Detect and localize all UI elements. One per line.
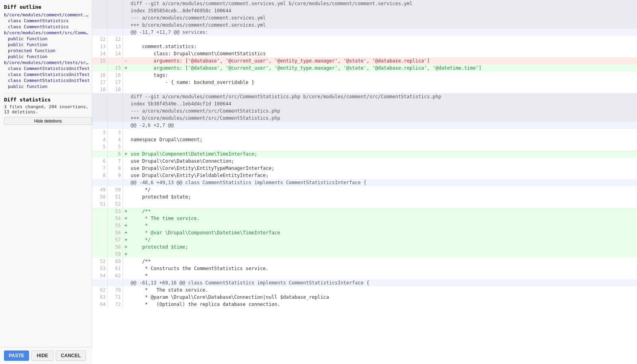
diff-sign bbox=[123, 286, 129, 294]
line-num-right bbox=[107, 279, 123, 286]
line-num-right: 12 bbox=[107, 36, 123, 43]
line-num-right bbox=[107, 29, 123, 36]
diff-code: * @var \Drupal\Component\Datetime\TimeIn… bbox=[129, 229, 637, 236]
diff-code: --- a/core/modules/comment/comment.servi… bbox=[129, 14, 637, 21]
sidebar-indent-1-0[interactable]: class CommentStatistics bbox=[4, 18, 92, 23]
diff-sign bbox=[123, 258, 129, 265]
table-row: @@ -48,6 +49,13 @@ class CommentStatisti… bbox=[92, 179, 637, 186]
line-num-right bbox=[107, 7, 123, 14]
line-num-right bbox=[107, 115, 123, 122]
diff-code: * The state service. bbox=[129, 286, 637, 294]
diff-sign bbox=[123, 301, 129, 308]
line-num-left bbox=[92, 150, 107, 158]
table-row: 67use Drupal\Core\Database\Connection; bbox=[92, 158, 637, 165]
paste-button[interactable]: PASTE bbox=[4, 350, 29, 361]
sidebar-file-2[interactable]: b/core/modules/comment/src/CommentStatis… bbox=[4, 30, 92, 35]
table-row: index 5b38f4549e..1eb4d4cf1d 100644 bbox=[92, 100, 637, 107]
sidebar: Diff outline b/core/modules/comment/comm… bbox=[0, 0, 92, 364]
table-row: 1818 bbox=[92, 86, 637, 93]
line-num-right bbox=[107, 14, 123, 21]
line-num-left: 53 bbox=[92, 265, 107, 272]
table-row: 1616 tags: bbox=[92, 72, 637, 79]
table-row: 59+ bbox=[92, 251, 637, 258]
line-num-right: 50 bbox=[107, 186, 123, 193]
line-num-left: 49 bbox=[92, 186, 107, 193]
line-num-left bbox=[92, 251, 107, 258]
diff-code: * @param \Drupal\Core\Database\Connectio… bbox=[129, 294, 637, 301]
diff-sign bbox=[123, 14, 129, 21]
table-row: 6371 * @param \Drupal\Core\Database\Conn… bbox=[92, 294, 637, 301]
diff-code bbox=[129, 251, 637, 258]
table-row: 1717 - { name: backend_overridable } bbox=[92, 79, 637, 86]
line-num-left: 63 bbox=[92, 294, 107, 301]
line-num-left bbox=[92, 243, 107, 251]
sidebar-file-1[interactable]: b/core/modules/comment/comment.services.… bbox=[4, 12, 92, 18]
line-num-left bbox=[92, 100, 107, 107]
diff-sign bbox=[123, 72, 129, 79]
cancel-button[interactable]: CANCEL bbox=[56, 350, 86, 361]
diff-main: diff --git a/core/modules/comment/commen… bbox=[92, 0, 637, 364]
diff-sign bbox=[123, 165, 129, 172]
line-num-left: 16 bbox=[92, 72, 107, 79]
diff-code: protected $state; bbox=[129, 193, 637, 200]
diff-sign: + bbox=[123, 236, 129, 243]
sidebar-indent-1-1[interactable]: class CommentStatistics bbox=[4, 24, 92, 29]
hide-deletions-button[interactable]: Hide deletions bbox=[4, 117, 92, 125]
sidebar-indent-3-0[interactable]: class CommentStatisticsUnitTest bbox=[4, 66, 92, 71]
sidebar-file-3[interactable]: b/core/modules/comment/tests/src/Unit/Co… bbox=[4, 60, 92, 65]
line-num-left: 6 bbox=[92, 158, 107, 165]
diff-sign bbox=[123, 122, 129, 129]
diff-sign: + bbox=[123, 64, 129, 72]
table-row: 53+ /** bbox=[92, 208, 637, 215]
sidebar-indent-2-2[interactable]: protected function bbox=[4, 48, 92, 53]
diff-code: +++ b/core/modules/comment/comment.servi… bbox=[129, 21, 637, 29]
diff-outline-title: Diff outline bbox=[4, 4, 92, 10]
diff-code: arguments: ['@database', '@current_user'… bbox=[129, 64, 637, 72]
line-num-right: 3 bbox=[107, 129, 123, 136]
diff-code: namespace Drupal\comment; bbox=[129, 136, 637, 143]
table-row: @@ -2,6 +2,7 @@ bbox=[92, 122, 637, 129]
diff-code: +++ b/core/modules/comment/src/CommentSt… bbox=[129, 115, 637, 122]
line-num-right: 4 bbox=[107, 136, 123, 143]
diff-sign bbox=[123, 21, 129, 29]
diff-sign bbox=[123, 143, 129, 150]
line-num-left: 51 bbox=[92, 200, 107, 208]
table-row: 4950 */ bbox=[92, 186, 637, 193]
line-num-left: 50 bbox=[92, 193, 107, 200]
diff-code bbox=[129, 86, 637, 93]
hide-button[interactable]: HIDE bbox=[31, 350, 53, 361]
line-num-right bbox=[107, 179, 123, 186]
diff-sign bbox=[123, 86, 129, 93]
sidebar-indent-2-1[interactable]: public function bbox=[4, 42, 92, 47]
sidebar-indent-3-1[interactable]: class CommentStatisticsUnitTest bbox=[4, 72, 92, 77]
diff-sign bbox=[123, 43, 129, 50]
table-row: 6+use Drupal\Component\Datetime\TimeInte… bbox=[92, 150, 637, 158]
table-row: diff --git a/core/modules/comment/commen… bbox=[92, 0, 637, 7]
sidebar-divider bbox=[4, 93, 92, 93]
line-num-right: 58 bbox=[107, 243, 123, 251]
diff-code: use Drupal\Core\Database\Connection; bbox=[129, 158, 637, 165]
sidebar-indent-2-0[interactable]: public function bbox=[4, 36, 92, 41]
diff-sign: + bbox=[123, 208, 129, 215]
sidebar-indent-3-2[interactable]: class CommentStatisticsUnitTest bbox=[4, 78, 92, 83]
table-row: 56+ * @var \Drupal\Component\Datetime\Ti… bbox=[92, 229, 637, 236]
diff-sign bbox=[123, 93, 129, 100]
line-num-left: 4 bbox=[92, 136, 107, 143]
sidebar-indent-2-3[interactable]: public function bbox=[4, 54, 92, 59]
line-num-left bbox=[92, 0, 107, 7]
table-row: 15- arguments: ['@database', '@current_u… bbox=[92, 57, 637, 64]
diff-sign bbox=[123, 100, 129, 107]
diff-sign bbox=[123, 172, 129, 179]
table-row: 33 bbox=[92, 129, 637, 136]
diff-code: arguments: ['@database', '@current_user'… bbox=[129, 57, 637, 64]
diff-sign bbox=[123, 200, 129, 208]
diff-code: protected $time; bbox=[129, 243, 637, 251]
table-row: --- a/core/modules/comment/src/CommentSt… bbox=[92, 107, 637, 115]
line-num-right bbox=[107, 0, 123, 7]
line-num-left: 5 bbox=[92, 143, 107, 150]
sidebar-indent-3-3[interactable]: public function bbox=[4, 84, 92, 89]
line-num-left: 62 bbox=[92, 286, 107, 294]
diff-code: * (Optional) the replica database connec… bbox=[129, 301, 637, 308]
diff-code: use Drupal\Core\Entity\EntityTypeManager… bbox=[129, 165, 637, 172]
line-num-right bbox=[107, 21, 123, 29]
